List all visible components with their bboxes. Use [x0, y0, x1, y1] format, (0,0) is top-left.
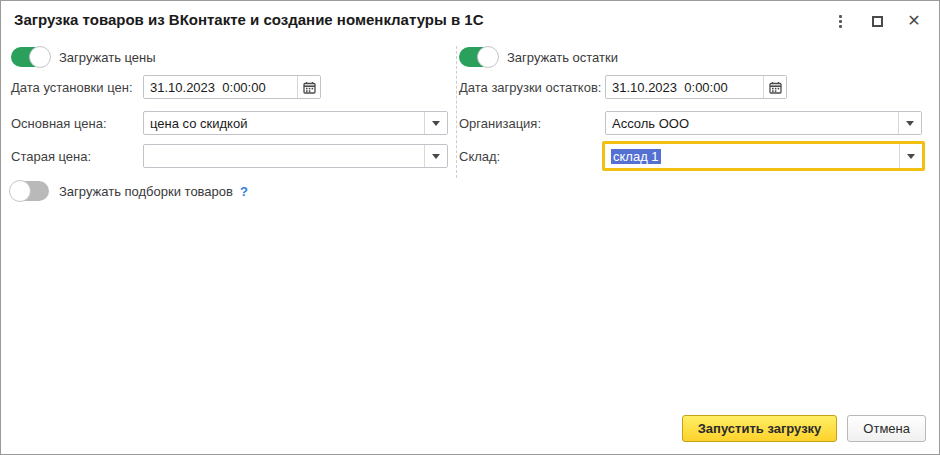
warehouse-dropdown-button[interactable] [899, 144, 922, 168]
price-date-field[interactable]: 31.10.2023 0:00:00 [143, 75, 321, 99]
close-button[interactable]: ✕ [905, 12, 923, 30]
kebab-icon [839, 15, 842, 28]
chevron-down-icon [432, 154, 440, 159]
load-collections-label: Загружать подборки товаров [59, 184, 233, 199]
price-date-calendar-button[interactable] [297, 76, 320, 98]
stock-date-label: Дата загрузки остатков: [459, 80, 605, 95]
organization-dropdown-button[interactable] [898, 112, 921, 134]
toggle-knob [9, 180, 31, 202]
close-icon: ✕ [907, 13, 920, 29]
chevron-down-icon [432, 121, 440, 126]
selected-text: склад 1 [611, 149, 661, 164]
load-prices-toggle[interactable] [11, 47, 49, 67]
calendar-icon [769, 81, 782, 94]
old-price-select[interactable] [143, 144, 448, 168]
warehouse-select[interactable]: склад 1 [605, 144, 922, 168]
main-price-value: цена со скидкой [144, 112, 424, 134]
window-controls: ✕ [831, 12, 923, 30]
old-price-value [144, 145, 424, 167]
load-collections-toggle[interactable] [11, 181, 49, 201]
maximize-icon [872, 16, 883, 27]
main-price-select[interactable]: цена со скидкой [143, 111, 448, 135]
run-import-button[interactable]: Запустить загрузку [682, 415, 838, 442]
toggle-knob [477, 46, 499, 68]
price-date-label: Дата установки цен: [11, 80, 143, 95]
stock-date-calendar-button[interactable] [763, 76, 786, 98]
price-date-value: 31.10.2023 0:00:00 [144, 76, 297, 98]
cancel-button[interactable]: Отмена [847, 415, 926, 442]
chevron-down-icon [907, 154, 915, 159]
stock-date-field[interactable]: 31.10.2023 0:00:00 [605, 75, 787, 99]
warehouse-value: склад 1 [605, 144, 899, 168]
chevron-down-icon [906, 121, 914, 126]
organization-value: Ассоль ООО [606, 112, 898, 134]
old-price-dropdown-button[interactable] [424, 145, 447, 167]
toggle-knob [29, 46, 51, 68]
title-bar: Загрузка товаров из ВКонтакте и создание… [1, 1, 939, 41]
page-title: Загрузка товаров из ВКонтакте и создание… [14, 11, 484, 28]
maximize-button[interactable] [868, 12, 886, 30]
load-stock-toggle[interactable] [459, 47, 497, 67]
organization-select[interactable]: Ассоль ООО [605, 111, 922, 135]
footer-actions: Запустить загрузку Отмена [682, 415, 926, 442]
stock-date-value: 31.10.2023 0:00:00 [606, 76, 763, 98]
main-price-dropdown-button[interactable] [424, 112, 447, 134]
help-link[interactable]: ? [240, 184, 248, 199]
more-menu-button[interactable] [831, 12, 849, 30]
stock-section: Загружать остатки Дата загрузки остатков… [459, 46, 931, 180]
column-separator [456, 46, 457, 178]
dialog-window: Загрузка товаров из ВКонтакте и создание… [0, 0, 940, 455]
load-prices-label: Загружать цены [59, 50, 156, 65]
organization-label: Организация: [459, 116, 605, 131]
old-price-label: Старая цена: [11, 149, 143, 164]
warehouse-focus-ring: склад 1 [602, 141, 925, 171]
prices-section: Загружать цены Дата установки цен: 31.10… [11, 46, 449, 209]
main-price-label: Основная цена: [11, 116, 143, 131]
warehouse-label: Склад: [459, 149, 605, 164]
load-stock-label: Загружать остатки [507, 50, 618, 65]
calendar-icon [303, 81, 316, 94]
